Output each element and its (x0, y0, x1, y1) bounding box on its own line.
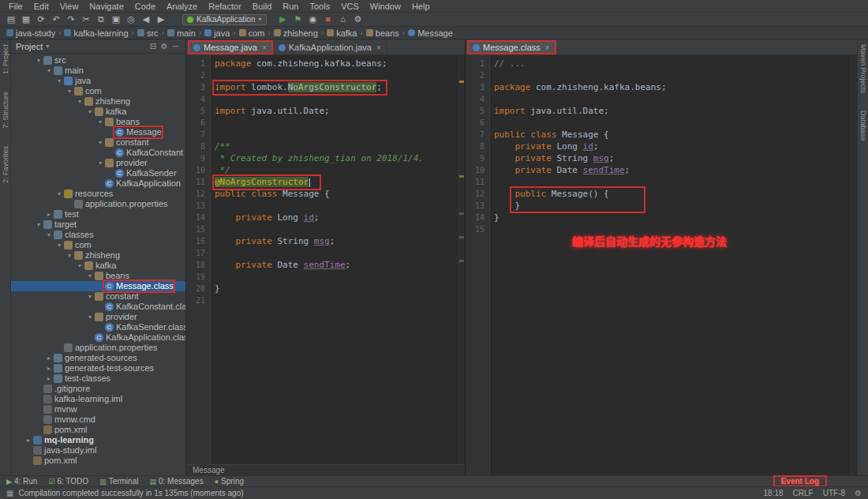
tool-button-maven-projects[interactable]: Maven Projects (859, 44, 867, 93)
tree-item-mq-learning[interactable]: ▸mq-learning (11, 435, 185, 445)
tool-button--favorites[interactable]: 2: Favorites (2, 146, 9, 183)
tree-item-test-classes[interactable]: ▸test-classes (11, 373, 185, 384)
editor-center-code[interactable]: 1package com.zhisheng.kafka.beans;23impo… (186, 55, 465, 464)
line-separator[interactable]: CRLF (793, 489, 814, 497)
editor-breadcrumb-item[interactable]: Message (193, 466, 225, 475)
menu-item-edit[interactable]: Edit (28, 0, 54, 13)
tree-toggle-icon[interactable]: ▸ (45, 209, 53, 219)
hide-panel-icon[interactable]: ─ (170, 42, 181, 51)
tool-button--structure[interactable]: 7: Structure (2, 92, 9, 129)
tool-run-button[interactable]: ▶4: Run (6, 477, 37, 486)
tree-toggle-icon[interactable]: ▾ (76, 96, 84, 107)
tree-item-com[interactable]: ▾com (11, 86, 185, 96)
tree-item-provider[interactable]: ▾provider (11, 312, 185, 322)
tree-item-beans[interactable]: ▾beans (11, 117, 185, 127)
chevron-down-icon[interactable]: ▾ (46, 43, 49, 50)
debug-icon[interactable]: ⚑ (292, 14, 305, 24)
paste-icon[interactable]: ▣ (110, 14, 122, 24)
editor-scrollbar[interactable] (851, 55, 857, 475)
editor-breadcrumb-bottom[interactable]: Message (186, 464, 465, 475)
editor-scrollbar[interactable] (458, 55, 465, 464)
menu-item-code[interactable]: Code (129, 0, 161, 13)
find-icon[interactable]: ◎ (125, 14, 137, 24)
tree-item-KafkaConstant[interactable]: CKafkaConstant (11, 148, 185, 158)
tree-item-kafka-learning.iml[interactable]: kafka-learning.iml (11, 394, 185, 404)
tree-item-generated-sources[interactable]: ▸generated-sources (11, 353, 185, 363)
close-tab-icon[interactable]: × (376, 43, 381, 52)
tree-toggle-icon[interactable]: ▾ (45, 66, 53, 76)
tree-item-constant[interactable]: ▾constant (11, 137, 185, 148)
editor-right-code[interactable]: 1// ...23package com.zhisheng.kafka.bean… (466, 55, 857, 475)
settings-icon[interactable]: ⚙ (159, 42, 170, 51)
open-icon[interactable]: ▤ (5, 14, 17, 24)
tree-item-pom.xml[interactable]: pom.xml (11, 425, 185, 435)
close-tab-icon[interactable]: × (545, 43, 550, 52)
tree-toggle-icon[interactable]: ▾ (55, 76, 63, 86)
tool-messages-button[interactable]: ▤0: Messages (149, 477, 203, 486)
tree-toggle-icon[interactable]: ▾ (35, 55, 43, 66)
breadcrumb-item-zhisheng[interactable]: zhisheng (274, 28, 318, 38)
tree-item-beans[interactable]: ▾beans (11, 271, 185, 281)
settings-icon[interactable]: ⚙ (352, 14, 365, 24)
tree-item-kafka[interactable]: ▾kafka (11, 261, 185, 271)
stop-icon[interactable]: ■ (322, 14, 335, 24)
tree-toggle-icon[interactable]: ▸ (45, 353, 53, 363)
tool-button--project[interactable]: 1: Project (2, 44, 9, 74)
collapse-all-icon[interactable]: ⊟ (148, 42, 159, 51)
event-log-button[interactable]: Event Log (775, 477, 825, 486)
back-icon[interactable]: ◀ (140, 14, 152, 24)
tree-toggle-icon[interactable]: ▾ (86, 271, 94, 281)
tree-item-test[interactable]: ▸test (11, 209, 185, 219)
tree-item-java-study.iml[interactable]: java-study.iml (11, 445, 185, 456)
tree-item-target[interactable]: ▾target (11, 219, 185, 230)
tree-item-constant[interactable]: ▾constant (11, 291, 185, 302)
tree-item-KafkaApplication.class[interactable]: CKafkaApplication.class (11, 332, 185, 343)
tree-toggle-icon[interactable]: ▾ (96, 117, 104, 127)
tool-button-database[interactable]: Database (859, 111, 867, 141)
tree-item-mvnw.cmd[interactable]: mvnw.cmd (11, 415, 185, 425)
menu-item-tools[interactable]: Tools (304, 0, 335, 13)
tab-Message.class[interactable]: Message.class× (467, 40, 556, 54)
breadcrumb-item-beans[interactable]: beans (366, 28, 399, 38)
tab-Message.java[interactable]: Message.java× (188, 40, 273, 54)
tree-toggle-icon[interactable]: ▾ (45, 230, 53, 240)
menu-item-vcs[interactable]: VCS (335, 0, 365, 13)
redo-icon[interactable]: ↷ (65, 14, 77, 24)
tool-spring-button[interactable]: ●Spring (215, 477, 244, 486)
breadcrumb-item-Message[interactable]: Message (408, 28, 453, 38)
tool-todo-button[interactable]: ☑6: TODO (48, 477, 88, 486)
tree-item-Message.class[interactable]: CMessage.class (11, 281, 185, 291)
tree-item-kafka[interactable]: ▾kafka (11, 107, 185, 117)
menu-item-build[interactable]: Build (247, 0, 277, 13)
tree-toggle-icon[interactable]: ▾ (86, 107, 94, 117)
sync-icon[interactable]: ⟳ (35, 14, 47, 24)
tree-item-application.properties[interactable]: application.properties (11, 343, 185, 353)
run-configuration-select[interactable]: KafkaApplication ▾ (182, 14, 267, 25)
editor-center[interactable]: Message.java×KafkaApplication.java× 1pac… (186, 39, 466, 475)
tree-item-KafkaApplication[interactable]: CKafkaApplication (11, 178, 185, 189)
breadcrumb-item-kafka[interactable]: kafka (327, 28, 357, 38)
tree-item-com[interactable]: ▾com (11, 240, 185, 250)
tree-item-java[interactable]: ▾java (11, 76, 185, 86)
tab-KafkaApplication.java[interactable]: KafkaApplication.java× (273, 40, 387, 54)
tree-item-KafkaSender[interactable]: CKafkaSender (11, 168, 185, 178)
breadcrumb-item-main[interactable]: main (167, 28, 196, 38)
gear-icon[interactable]: ⚙ (855, 489, 862, 497)
undo-icon[interactable]: ↶ (50, 14, 62, 24)
save-all-icon[interactable]: ▦ (20, 14, 32, 24)
project-panel-title[interactable]: Project (16, 42, 43, 51)
tree-item-pom.xml[interactable]: pom.xml (11, 456, 185, 466)
tree-item-provider[interactable]: ▾provider (11, 158, 185, 168)
tree-item-main[interactable]: ▾main (11, 66, 185, 76)
tree-item-src[interactable]: ▾src (11, 55, 185, 66)
tree-toggle-icon[interactable]: ▸ (24, 435, 32, 445)
tree-toggle-icon[interactable]: ▾ (35, 219, 43, 230)
tree-item-KafkaSender.class[interactable]: CKafkaSender.class (11, 322, 185, 332)
coverage-icon[interactable]: ◉ (307, 14, 320, 24)
breadcrumb-item-src[interactable]: src (137, 28, 159, 38)
caret-position[interactable]: 18:18 (764, 489, 784, 497)
tree-item-Message[interactable]: CMessage (11, 127, 185, 137)
breadcrumb-item-java-study[interactable]: java-study (6, 28, 55, 38)
tree-item-KafkaConstant.class[interactable]: CKafkaConstant.class (11, 302, 185, 312)
tree-item-resources[interactable]: ▾resources (11, 189, 185, 199)
